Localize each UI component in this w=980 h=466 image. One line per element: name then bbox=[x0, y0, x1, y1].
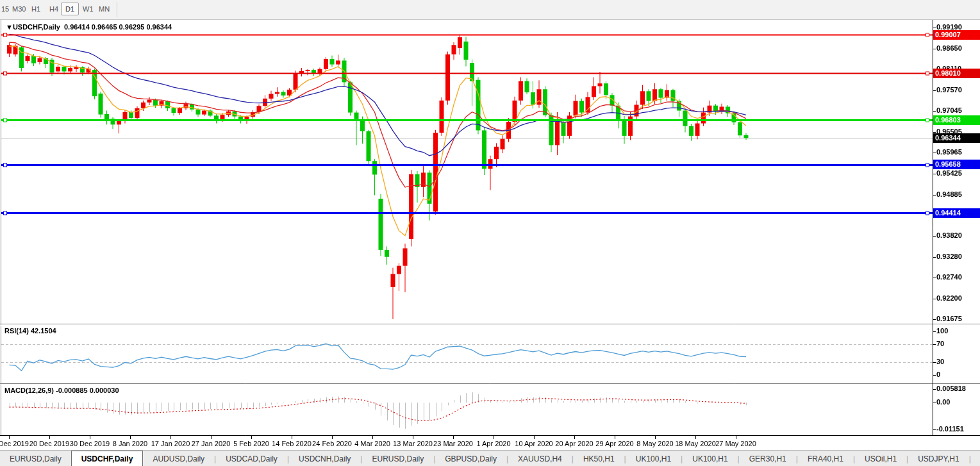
tab-dj30-h1[interactable]: DJ30,H1 bbox=[971, 451, 980, 466]
rsi-label: RSI(14) 42.1504 bbox=[4, 327, 56, 335]
rsi-tick-label: 0 bbox=[936, 370, 940, 378]
date-tick-label: 8 Jan 2020 bbox=[113, 440, 147, 447]
date-tick-label: 20 Dec 2019 bbox=[29, 440, 69, 447]
date-tick-label: 11 Dec 2019 bbox=[0, 440, 29, 447]
tab-audusd-daily[interactable]: AUDUSD,Daily bbox=[143, 451, 214, 466]
tab-ger30-h1[interactable]: GER30,H1 bbox=[740, 451, 796, 466]
hline-price-tag[interactable]: 0.94414 bbox=[933, 208, 980, 218]
price-tick-label: 0.93280 bbox=[936, 253, 962, 260]
date-tick-label: 13 Mar 2020 bbox=[393, 440, 433, 447]
price-tick-label: 0.97045 bbox=[936, 106, 962, 114]
timeframe-h1[interactable]: H1 bbox=[31, 5, 40, 13]
timeframe-mn[interactable]: MN bbox=[99, 5, 110, 13]
price-tick-label: 0.95965 bbox=[936, 148, 962, 156]
timeframe-toolbar[interactable]: 15M30H1H4D1W1MN bbox=[0, 0, 980, 20]
chart-title: ▼USDCHF,Daily 0.96414 0.96465 0.96295 0.… bbox=[6, 23, 172, 31]
tab-eurusd-daily[interactable]: EURUSD,Daily bbox=[362, 451, 433, 466]
macd-tick-label: 0.00 bbox=[936, 398, 950, 406]
tab-usdchf-daily[interactable]: USDCHF,Daily bbox=[71, 451, 144, 466]
tab-usdcad-daily[interactable]: USDCAD,Daily bbox=[216, 451, 287, 466]
tab-usdcnh-daily[interactable]: USDCNH,Daily bbox=[289, 451, 360, 466]
rsi-tick-label: 70 bbox=[936, 340, 944, 347]
rsi-tick-label: 30 bbox=[936, 358, 944, 365]
date-tick-label: 24 Feb 2020 bbox=[312, 440, 352, 447]
price-tick-label: 0.91675 bbox=[936, 315, 962, 322]
macd-tick-label: 0.005818 bbox=[936, 385, 966, 392]
tab-hk50-h1[interactable]: HK50,H1 bbox=[574, 451, 624, 466]
date-tick-label: 23 Mar 2020 bbox=[433, 440, 473, 447]
current-price-tag: 0.96344 bbox=[933, 133, 980, 143]
date-tick-label: 5 Feb 2020 bbox=[233, 440, 269, 447]
price-tick-label: 0.94885 bbox=[936, 190, 962, 198]
hline-price-tag[interactable]: 0.98010 bbox=[933, 69, 980, 78]
date-tick-label: 27 May 2020 bbox=[715, 440, 756, 447]
price-tick-label: 0.92200 bbox=[936, 294, 962, 302]
rsi-tick-label: 100 bbox=[936, 327, 948, 335]
tab-uk100-h1[interactable]: UK100,H1 bbox=[626, 451, 681, 466]
price-tick-label: 0.97570 bbox=[936, 86, 962, 94]
hline-price-tag[interactable]: 0.99007 bbox=[933, 30, 980, 40]
date-tick-label: 8 May 2020 bbox=[636, 440, 673, 447]
hline-price-tag[interactable]: 0.96803 bbox=[933, 115, 980, 125]
symbol-label: USDCHF,Daily bbox=[13, 23, 60, 31]
macd-label: MACD(12,26,9) -0.000885 0.000030 bbox=[4, 387, 119, 394]
timeframe-d1[interactable]: D1 bbox=[61, 3, 79, 15]
date-tick-label: 27 Jan 2020 bbox=[192, 440, 231, 447]
macd-tick-label: -0.01151 bbox=[936, 425, 964, 433]
price-tick-label: 0.95425 bbox=[936, 169, 962, 177]
dropdown-arrow-icon: ▼ bbox=[6, 23, 13, 31]
date-tick-label: 29 Apr 2020 bbox=[595, 440, 633, 447]
date-tick-label: 30 Dec 2019 bbox=[70, 440, 110, 447]
chart-canvas[interactable] bbox=[0, 0, 980, 466]
date-tick-label: 14 Feb 2020 bbox=[272, 440, 311, 447]
tab-usdjpy-h1[interactable]: USDJPY,H1 bbox=[908, 451, 968, 466]
tab-usoil-h1[interactable]: USOil,H1 bbox=[855, 451, 906, 466]
mt4-window: 15M30H1H4D1W1MN ▼USDCHF,Daily 0.96414 0.… bbox=[0, 0, 980, 466]
chart-tab-bar[interactable]: EURUSD,DailyUSDCHF,DailyAUDUSD,Daily|USD… bbox=[0, 450, 980, 466]
date-tick-label: 20 Apr 2020 bbox=[555, 440, 593, 447]
tab-fra40-h1[interactable]: FRA40,H1 bbox=[798, 451, 853, 466]
tab-gbpusd-daily[interactable]: GBPUSD,Daily bbox=[435, 451, 506, 466]
date-tick-label: 4 Mar 2020 bbox=[354, 440, 390, 447]
tab-uk100-h1[interactable]: UK100,H1 bbox=[683, 451, 737, 466]
timeframe-m30[interactable]: M30 bbox=[12, 5, 26, 13]
timeframe-w1[interactable]: W1 bbox=[83, 5, 94, 13]
tab-eurusd-daily[interactable]: EURUSD,Daily bbox=[0, 451, 71, 466]
price-tick-label: 0.92740 bbox=[936, 273, 962, 281]
timeframe-h4[interactable]: H4 bbox=[49, 5, 58, 13]
timeframe-15[interactable]: 15 bbox=[1, 5, 9, 13]
toolbar-divider bbox=[117, 2, 117, 17]
date-tick-label: 18 May 2020 bbox=[675, 440, 716, 447]
price-tick-label: 0.98650 bbox=[936, 44, 962, 52]
hline-price-tag[interactable]: 0.95658 bbox=[933, 160, 980, 169]
ohlc-readout: 0.96414 0.96465 0.96295 0.96344 bbox=[64, 23, 172, 31]
tab-xauusd-h4[interactable]: XAUUSD,H4 bbox=[508, 451, 572, 466]
price-tick-label: 0.93820 bbox=[936, 231, 962, 239]
date-tick-label: 1 Apr 2020 bbox=[476, 440, 510, 447]
date-tick-label: 10 Apr 2020 bbox=[515, 440, 552, 447]
date-tick-label: 17 Jan 2020 bbox=[151, 440, 190, 447]
